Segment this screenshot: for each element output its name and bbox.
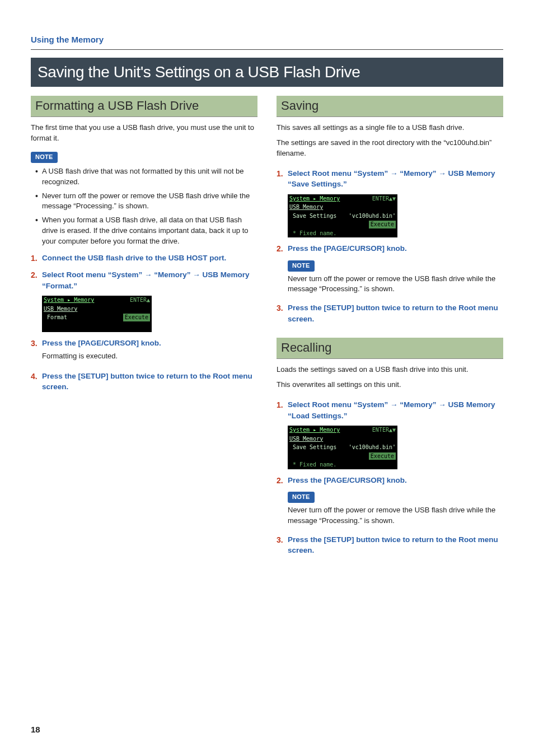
scr-filename: 'vc100uhd.bin'	[349, 212, 396, 220]
arrow-icon: →	[438, 169, 446, 178]
scr-enter-indicator: ENTER▲▼	[372, 426, 396, 434]
bullet-icon: •	[35, 191, 42, 212]
step-1: 1. Select Root menu “System” → “Memory” …	[277, 399, 503, 421]
scr-fixed-name: * Fixed name.	[289, 461, 336, 469]
step-title: Press the [SETUP] button twice to return…	[288, 534, 503, 556]
right-column: Saving This saves all settings as a sing…	[277, 96, 503, 558]
saving-intro: This saves all settings as a single file…	[277, 123, 503, 133]
step-number: 3.	[31, 338, 42, 349]
scr-line: USB Memory	[44, 305, 77, 313]
step-2: 2. Press the [PAGE/CURSOR] knob.	[277, 243, 503, 254]
section-divider	[31, 49, 503, 50]
note-text: A USB flash drive that was not formatted…	[42, 166, 257, 188]
recalling-intro: This overwrites all settings on this uni…	[277, 380, 503, 390]
saving-intro: The settings are saved in the root direc…	[277, 138, 503, 159]
step-subtext: Formatting is executed.	[42, 351, 257, 362]
scr-breadcrumb: System ▸ Memory	[44, 296, 94, 304]
scr-breadcrumb: System ▸ Memory	[289, 195, 340, 203]
note-text: Never turn off the power or remove the U…	[42, 191, 257, 212]
arrow-icon: →	[144, 270, 152, 279]
scr-filename: 'vc100uhd.bin'	[349, 444, 396, 451]
step-number: 4.	[31, 371, 42, 393]
bullet-icon: •	[35, 166, 42, 188]
note-list: • A USB flash drive that was not formatt…	[35, 166, 257, 247]
step-title: Select Root menu “System” → “Memory” → U…	[288, 399, 503, 421]
arrow-icon: →	[438, 400, 446, 409]
step-title: Press the [SETUP] button twice to return…	[288, 302, 503, 324]
content-columns: Formatting a USB Flash Drive The first t…	[31, 96, 503, 558]
device-screenshot-load: System ▸ MemoryENTER▲▼ USB Memory Save S…	[288, 426, 397, 469]
page-title-band: Saving the Unit's Settings on a USB Flas…	[31, 58, 503, 87]
note-text: Never turn off the power or remove the U…	[288, 505, 503, 526]
page-number: 18	[31, 724, 40, 736]
step-number: 2.	[277, 243, 288, 254]
scr-execute-button: Execute	[369, 221, 396, 228]
step-1: 1. Connect the USB flash drive to the US…	[31, 253, 257, 264]
step-number: 3.	[277, 302, 288, 324]
section-title: Using the Memory	[31, 34, 503, 46]
note-area: NOTE Never turn off the power or remove …	[288, 488, 503, 526]
scr-line: Save Settings	[289, 444, 336, 451]
bullet-icon: •	[35, 215, 42, 247]
step-title-part: “Memory”	[398, 400, 439, 409]
left-column: Formatting a USB Flash Drive The first t…	[31, 96, 257, 558]
scr-execute-button: Execute	[123, 314, 150, 321]
note-badge: NOTE	[288, 492, 315, 503]
note-item: • When you format a USB flash drive, all…	[35, 215, 257, 247]
step-number: 1.	[31, 253, 42, 264]
step-title: Press the [PAGE/CURSOR] knob.	[288, 243, 503, 254]
step-3: 3. Press the [PAGE/CURSOR] knob.	[31, 338, 257, 349]
step-3: 3. Press the [SETUP] button twice to ret…	[277, 302, 503, 324]
step-number: 2.	[31, 269, 42, 291]
recalling-intro: Loads the settings saved on a USB flash …	[277, 365, 503, 375]
step-number: 2.	[277, 475, 288, 486]
step-title-part: “Memory”	[152, 270, 193, 279]
scr-line: USB Memory	[289, 203, 323, 211]
note-text: When you format a USB flash drive, all d…	[42, 215, 257, 247]
scr-enter-indicator: ENTER▲▼	[372, 195, 396, 203]
step-title: Select Root menu “System” → “Memory” → U…	[288, 168, 503, 190]
device-screenshot-save: System ▸ MemoryENTER▲▼ USB Memory Save S…	[288, 194, 397, 238]
formatting-heading: Formatting a USB Flash Drive	[31, 96, 257, 117]
step-number: 1.	[277, 399, 288, 421]
recalling-heading: Recalling	[277, 338, 503, 359]
step-title: Press the [PAGE/CURSOR] knob.	[42, 338, 257, 349]
step-title: Press the [PAGE/CURSOR] knob.	[288, 475, 503, 486]
step-title-part: Select Root menu “System”	[288, 400, 390, 409]
scr-execute-button: Execute	[369, 452, 396, 460]
step-3: 3. Press the [SETUP] button twice to ret…	[277, 534, 503, 556]
note-text: Never turn off the power or remove the U…	[288, 274, 503, 295]
saving-heading: Saving	[277, 96, 503, 117]
step-2: 2. Select Root menu “System” → “Memory” …	[31, 269, 257, 291]
step-title-part: Select Root menu “System”	[42, 270, 144, 279]
device-screenshot-format: System ▸ MemoryENTER▲ USB Memory FormatE…	[42, 296, 152, 332]
step-number: 3.	[277, 534, 288, 556]
step-title-part: “Memory”	[398, 169, 439, 178]
note-badge: NOTE	[31, 152, 58, 163]
arrow-icon: →	[390, 169, 398, 178]
scr-enter-indicator: ENTER▲	[130, 296, 150, 304]
note-item: • Never turn off the power or remove the…	[35, 191, 257, 212]
scr-breadcrumb: System ▸ Memory	[289, 426, 340, 434]
scr-line: Format	[44, 314, 67, 321]
step-title-part: Select Root menu “System”	[288, 169, 390, 178]
step-title: Select Root menu “System” → “Memory” → U…	[42, 269, 257, 291]
scr-line: Save Settings	[289, 212, 336, 220]
formatting-intro: The first time that you use a USB flash …	[31, 123, 257, 144]
scr-line: USB Memory	[289, 435, 323, 443]
step-number: 1.	[277, 168, 288, 190]
step-title: Press the [SETUP] button twice to return…	[42, 371, 257, 393]
step-4: 4. Press the [SETUP] button twice to ret…	[31, 371, 257, 393]
step-2: 2. Press the [PAGE/CURSOR] knob.	[277, 475, 503, 486]
step-title: Connect the USB flash drive to the USB H…	[42, 253, 257, 264]
arrow-icon: →	[193, 270, 200, 279]
step-1: 1. Select Root menu “System” → “Memory” …	[277, 168, 503, 190]
arrow-icon: →	[390, 400, 398, 409]
scr-fixed-name: * Fixed name.	[289, 230, 336, 237]
note-item: • A USB flash drive that was not formatt…	[35, 166, 257, 188]
note-badge: NOTE	[288, 260, 315, 272]
note-area: NOTE Never turn off the power or remove …	[288, 257, 503, 295]
